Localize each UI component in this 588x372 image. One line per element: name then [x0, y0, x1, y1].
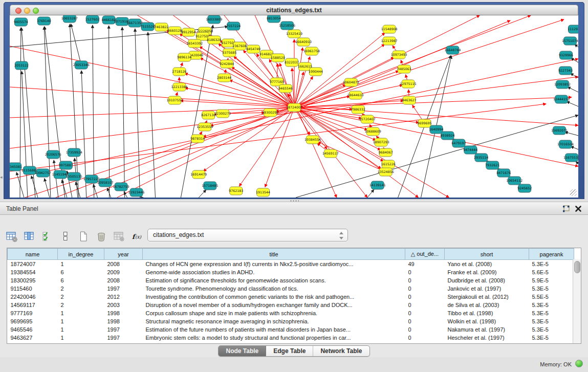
table-cell[interactable]: 1: [58, 334, 104, 342]
table-cell[interactable]: 0: [405, 301, 445, 309]
table-row[interactable]: 1938455462009Genome-wide association stu…: [8, 268, 574, 276]
graph-node[interactable]: 8938924: [440, 132, 454, 140]
graph-edge[interactable]: [298, 71, 399, 106]
table-cell[interactable]: 0: [405, 309, 445, 317]
table-cell[interactable]: 9699695: [8, 317, 58, 325]
table-cell[interactable]: 5.3E-5: [529, 317, 574, 325]
table-row[interactable]: 946554611997Estimation of the future num…: [8, 325, 574, 334]
graph-node[interactable]: 10958107: [97, 179, 114, 187]
graph-node[interactable]: 13505135: [66, 172, 82, 181]
graph-node[interactable]: 18724007: [286, 103, 302, 112]
graph-node[interactable]: 16782759: [113, 183, 129, 191]
graph-node[interactable]: 7515526: [141, 23, 155, 31]
table-cell[interactable]: Nakamura et al. (1997): [445, 325, 529, 334]
graph-node[interactable]: 16543392: [186, 39, 203, 48]
graph-node[interactable]: 15692071: [551, 126, 568, 135]
table-cell[interactable]: 18724007: [8, 260, 58, 269]
table-cell[interactable]: 2009: [104, 268, 143, 276]
graph-node[interactable]: 8322037: [285, 58, 299, 67]
graph-node[interactable]: 16640910: [295, 38, 312, 46]
column-header-out_de[interactable]: △ out_de...: [405, 249, 445, 260]
graph-node[interactable]: 9896134: [177, 53, 191, 61]
graph-edge[interactable]: [265, 112, 293, 187]
graph-node[interactable]: 8454749: [246, 45, 260, 53]
column-header-short[interactable]: short: [445, 249, 529, 260]
graph-edge[interactable]: [199, 190, 206, 198]
table-cell[interactable]: 1997: [104, 325, 143, 334]
tab-network-table[interactable]: Network Table: [313, 346, 369, 356]
graph-node[interactable]: 7557224: [226, 22, 241, 30]
graph-node[interactable]: 8471676: [496, 169, 511, 177]
graph-node[interactable]: 9684067: [379, 148, 393, 157]
graph-node[interactable]: 8813054: [267, 15, 281, 23]
graph-node[interactable]: 14569117: [322, 149, 339, 158]
table-cell[interactable]: Genome-wide association studies in ADHD.: [143, 268, 405, 276]
table-cell[interactable]: 22420046: [8, 293, 58, 301]
graph-node[interactable]: 12093852: [554, 80, 571, 89]
tab-node-table[interactable]: Node Table: [219, 346, 266, 356]
graph-node[interactable]: 6479197: [451, 139, 466, 147]
graph-node[interactable]: 9329966: [559, 51, 573, 59]
graph-node[interactable]: 2803144: [217, 74, 231, 82]
table-cell[interactable]: 5.3E-5: [529, 285, 574, 293]
column-header-pagerank[interactable]: pagerank: [529, 249, 574, 260]
table-cell[interactable]: 6: [58, 268, 104, 276]
table-cell[interactable]: 2012: [104, 293, 143, 301]
table-cell[interactable]: 1: [58, 317, 104, 325]
table-cell[interactable]: Tibbo et al. (1998): [445, 309, 529, 317]
graph-node[interactable]: 10653287: [61, 15, 78, 23]
graph-node[interactable]: 15218506: [279, 21, 295, 30]
graph-edge[interactable]: [148, 32, 155, 198]
table-cell[interactable]: Stergiakouli et al. (2012): [445, 293, 529, 301]
graph-node[interactable]: 23053346: [73, 61, 90, 69]
table-cell[interactable]: de Silva et al. (2003): [445, 301, 529, 309]
table-cell[interactable]: 9115460: [8, 285, 58, 293]
delete-table-icon[interactable]: [113, 230, 126, 243]
graph-node[interactable]: 8186328: [207, 36, 221, 44]
graph-node[interactable]: 10107552: [166, 96, 183, 104]
table-cell[interactable]: 5.3E-5: [529, 334, 574, 342]
graph-node[interactable]: 9345081: [10, 163, 22, 171]
table-cell[interactable]: 14569117: [8, 301, 58, 309]
table-cell[interactable]: 49: [405, 260, 445, 269]
graph-node[interactable]: 13325419: [286, 30, 302, 38]
graph-node[interactable]: 2935114: [474, 154, 488, 162]
table-cell[interactable]: Structural magnetic resonance image aver…: [143, 317, 405, 325]
table-cell[interactable]: 9777169: [8, 309, 58, 317]
graph-edge[interactable]: [408, 90, 409, 96]
graph-node[interactable]: 7986332: [351, 105, 365, 114]
graph-node[interactable]: 1990444: [309, 68, 323, 76]
graph-node[interactable]: 10604873: [343, 78, 359, 86]
table-cell[interactable]: Embryonic stem cells: a model to study s…: [143, 334, 405, 342]
table-cell[interactable]: 2008: [104, 276, 143, 285]
graph-edge[interactable]: [367, 190, 374, 198]
graph-node[interactable]: 13524856: [378, 168, 394, 176]
graph-node[interactable]: 16914479: [190, 170, 207, 179]
graph-node[interactable]: 1588520: [271, 54, 285, 62]
table-cell[interactable]: 2008: [104, 260, 143, 269]
table-cell[interactable]: 6: [58, 276, 104, 285]
graph-node[interactable]: 12213987: [381, 37, 398, 45]
table-cell[interactable]: Wolkin et al. (1998): [445, 317, 529, 325]
graph-node[interactable]: 1527602: [85, 15, 100, 24]
table-cell[interactable]: 5.3E-5: [529, 325, 574, 334]
graph-node[interactable]: 7463822: [154, 23, 168, 31]
float-panel-icon[interactable]: [561, 204, 571, 213]
rows-icon[interactable]: [59, 230, 72, 243]
table-cell[interactable]: Yano et al. (2008): [445, 260, 529, 269]
graph-node[interactable]: 18644610: [347, 91, 364, 99]
graph-node[interactable]: 2053122: [14, 61, 29, 70]
graph-node[interactable]: 11675533: [563, 154, 578, 162]
table-row[interactable]: 2242004622012Investigating the contribut…: [8, 293, 574, 301]
table-cell[interactable]: 2: [58, 293, 104, 301]
table-cell[interactable]: Estimation of the future numbers of pati…: [143, 325, 405, 334]
table-cell[interactable]: 5.9E-5: [529, 276, 574, 285]
table-cell[interactable]: Dudbridge et al. (2008): [445, 276, 529, 285]
table-cell[interactable]: 0: [405, 325, 445, 334]
table-row[interactable]: 1872400712008Changes of HCN gene express…: [8, 260, 574, 269]
graph-node[interactable]: 12444153: [553, 95, 570, 103]
graph-node[interactable]: 16648784: [444, 46, 461, 54]
table-mode-icon[interactable]: [5, 230, 18, 243]
graph-edge[interactable]: [239, 111, 292, 186]
column-header-in_degree[interactable]: in_degree: [58, 249, 104, 260]
